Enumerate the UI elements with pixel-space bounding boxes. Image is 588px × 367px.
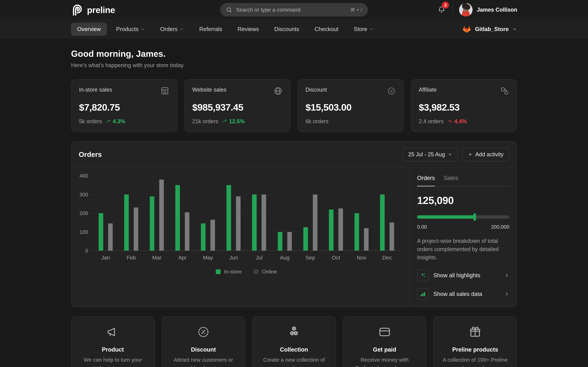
tab-orders[interactable]: Orders	[417, 175, 435, 186]
feature-card-preline-products[interactable]: Preline products A collection of 100+ Pr…	[433, 316, 517, 367]
bar-group-jan[interactable]	[99, 176, 113, 251]
online-bar[interactable]	[159, 180, 164, 251]
cubes-icon	[288, 336, 300, 339]
bar-group-aug[interactable]	[278, 176, 292, 251]
feature-description: We can help to turn your great idea into…	[78, 356, 148, 367]
online-bar[interactable]	[364, 228, 369, 251]
show-all-sales-data-link[interactable]: Show all sales data	[417, 288, 509, 300]
nav-item-checkout[interactable]: Checkout	[308, 23, 345, 36]
in-store-bar[interactable]	[355, 213, 359, 251]
brand-logo[interactable]: preline	[71, 3, 115, 16]
online-bar[interactable]	[108, 223, 113, 251]
tab-sales[interactable]: Sales	[444, 175, 458, 186]
notifications-button[interactable]: 2	[437, 5, 447, 15]
in-store-bar[interactable]	[278, 232, 282, 251]
feature-title: Preline products	[440, 346, 510, 353]
date-range-button[interactable]: 25 Jul - 25 Aug	[402, 148, 458, 161]
bar-group-oct[interactable]	[329, 176, 343, 251]
nav-item-label: Overview	[77, 26, 101, 33]
side-panel-tabs: OrdersSales	[417, 175, 509, 186]
in-store-bar[interactable]	[380, 194, 385, 251]
feature-title: Discount	[169, 346, 238, 353]
avatar[interactable]	[459, 3, 473, 17]
nav-item-reviews[interactable]: Reviews	[231, 23, 265, 36]
chart-legend: In-storeOnline	[92, 269, 401, 275]
in-store-bar[interactable]	[252, 194, 257, 251]
in-store-bar[interactable]	[99, 213, 103, 251]
brand-name: preline	[87, 5, 115, 15]
in-store-bar[interactable]	[124, 194, 129, 251]
online-bar[interactable]	[185, 212, 190, 251]
online-bar[interactable]	[338, 209, 343, 251]
search-shortcut: ⌘ + /	[350, 7, 362, 13]
feature-card-product[interactable]: Product We can help to turn your great i…	[71, 316, 155, 367]
user-name[interactable]: James Collison	[477, 7, 517, 13]
store-switcher-label: Gitlab_Store	[475, 26, 509, 33]
in-store-bar[interactable]	[329, 209, 334, 251]
preline-logo-icon	[71, 3, 84, 16]
chevron-down-icon	[448, 152, 452, 157]
link-squares-icon	[500, 87, 509, 96]
nav-item-overview[interactable]: Overview	[71, 23, 107, 36]
x-tick-label: Jul	[252, 255, 266, 261]
feature-card-discount[interactable]: Discount Attract new customers or reward…	[162, 316, 245, 367]
feature-card-collection[interactable]: Collection Create a new collection of pr…	[252, 316, 336, 367]
orders-side-panel: OrdersSales 125,090 0.00 200,000 A proje…	[409, 168, 517, 307]
in-store-bar[interactable]	[175, 185, 180, 251]
online-bar[interactable]	[389, 223, 394, 251]
stat-label: In-store sales	[79, 87, 112, 93]
in-store-bar[interactable]	[150, 196, 154, 251]
gitlab-icon	[462, 25, 471, 34]
bar-group-sep[interactable]	[303, 176, 317, 251]
y-tick-label: 300	[79, 192, 88, 197]
x-tick-label: Mar	[150, 255, 164, 261]
feature-title: Get paid	[350, 346, 419, 353]
feature-cards-row: Product We can help to turn your great i…	[71, 316, 517, 367]
online-bar[interactable]	[313, 194, 317, 251]
x-tick-label: Nov	[355, 255, 369, 261]
feature-card-get-paid[interactable]: Get paid Receive money with Preline's fa…	[343, 316, 426, 367]
stat-meta: 21k orders	[192, 118, 218, 125]
y-tick-label: 0	[85, 248, 88, 254]
stat-label: Website sales	[192, 87, 226, 93]
store-switcher[interactable]: Gitlab_Store	[462, 25, 517, 34]
bar-group-jun[interactable]	[226, 176, 241, 251]
online-bar[interactable]	[134, 208, 138, 251]
online-bar[interactable]	[287, 232, 292, 251]
bar-group-apr[interactable]	[175, 176, 190, 251]
bar-group-mar[interactable]	[150, 176, 164, 251]
nav-item-store[interactable]: Store	[348, 23, 380, 36]
bar-group-feb[interactable]	[124, 176, 138, 251]
bar-group-nov[interactable]	[355, 176, 369, 251]
slider-handle[interactable]	[473, 213, 476, 221]
show-all-highlights-link[interactable]: Show all highlights	[417, 270, 509, 281]
feature-description: Create a new collection of products	[259, 356, 329, 367]
in-store-bar[interactable]	[303, 227, 308, 251]
bar-group-may[interactable]	[201, 176, 215, 251]
global-search[interactable]: ⌘ + /	[220, 3, 368, 17]
y-tick-label: 200	[79, 210, 88, 216]
in-store-bar[interactable]	[226, 185, 231, 251]
slider-track	[417, 215, 509, 219]
nav-item-label: Store	[354, 26, 367, 33]
nav-item-referrals[interactable]: Referrals	[193, 23, 228, 36]
search-input[interactable]	[236, 7, 346, 13]
add-activity-button[interactable]: Add activity	[462, 148, 509, 161]
percent-badge-icon	[387, 87, 396, 96]
x-tick-label: Sep	[303, 255, 317, 261]
online-bar[interactable]	[236, 196, 241, 251]
stat-card-in-store-sales: In-store sales $7,820.75 5k orders4.3%	[71, 79, 177, 132]
nav-item-orders[interactable]: Orders	[154, 23, 190, 36]
nav-item-discounts[interactable]: Discounts	[268, 23, 305, 36]
online-bar[interactable]	[210, 220, 215, 251]
nav-item-products[interactable]: Products	[110, 23, 151, 36]
chart-x-axis: JanFebMarAprMayJunJulAugSepOctNovDec	[92, 255, 401, 261]
bar-group-jul[interactable]	[252, 176, 266, 251]
in-store-bar[interactable]	[201, 223, 206, 251]
stat-meta: 6k orders	[305, 118, 329, 125]
stat-value: $15,503.00	[305, 102, 396, 113]
orders-range-slider[interactable]	[417, 213, 509, 221]
chart-plot-area	[92, 176, 401, 251]
online-bar[interactable]	[261, 194, 266, 251]
bar-group-dec[interactable]	[380, 176, 394, 251]
